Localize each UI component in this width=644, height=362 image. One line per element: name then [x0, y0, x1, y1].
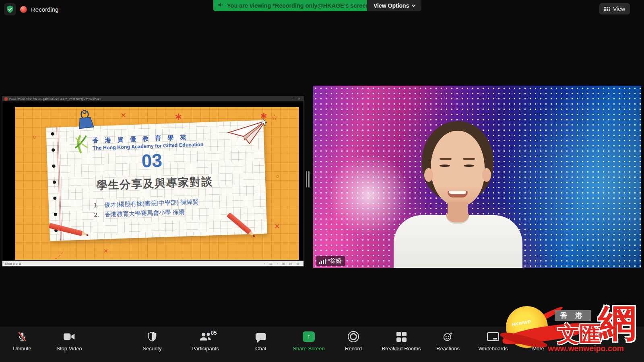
more-label: More: [532, 346, 544, 352]
slide-canvas: ✕ ☆ ○ ○ ✕ ✕: [15, 107, 299, 260]
security-button[interactable]: Security: [132, 331, 172, 357]
more-button[interactable]: ⋯ More: [522, 331, 554, 357]
window-controls-icons[interactable]: — ✕: [292, 97, 301, 101]
x-doodle: ✕: [103, 248, 108, 254]
stop-video-button[interactable]: Stop Video: [49, 331, 89, 357]
participant-ear: [424, 168, 433, 182]
sparkle-doodle: [175, 113, 182, 120]
pane-resize-handle[interactable]: [306, 171, 310, 187]
participant-shirt: [394, 215, 522, 268]
participant-mouth: [448, 191, 468, 197]
watermark-sun-label: HKWWP: [511, 319, 531, 327]
whiteboards-button[interactable]: Whiteboards: [467, 331, 519, 357]
security-encryption-icon[interactable]: [4, 3, 16, 15]
chat-label: Chat: [255, 346, 266, 352]
participant-name-tag: *徐嬌: [316, 256, 345, 266]
reactions-smiley-icon: [443, 331, 453, 343]
meeting-toolbar: Unmute Stop Video Security 85 Participan…: [0, 327, 644, 362]
shield-icon: [147, 331, 157, 343]
unmute-label: Unmute: [13, 346, 31, 352]
record-label: Record: [345, 346, 362, 352]
chat-button[interactable]: Chat: [245, 331, 277, 357]
share-screen-button[interactable]: ↑ Share Screen: [283, 331, 335, 357]
audio-level-icon: [319, 259, 326, 264]
participant-brow: [463, 158, 475, 160]
recording-label: Recording: [31, 6, 58, 13]
reactions-button[interactable]: Reactions: [428, 331, 468, 357]
participant-eye: [440, 165, 450, 167]
view-button-label: View: [613, 6, 625, 12]
breakout-rooms-button[interactable]: Breakout Rooms: [373, 331, 429, 357]
view-button[interactable]: View: [599, 3, 630, 14]
record-icon: [348, 331, 359, 343]
gallery-view-icon: [604, 7, 610, 11]
more-ellipsis-icon: ⋯: [534, 331, 543, 343]
whiteboards-label: Whiteboards: [479, 346, 508, 352]
viewing-banner: You are viewing *Recording only@HKAGE's …: [213, 0, 375, 11]
unmute-button[interactable]: Unmute: [6, 331, 38, 357]
slide-number-indicator: Slide 6 of 8: [5, 262, 21, 265]
breakout-rooms-label: Breakout Rooms: [382, 346, 421, 352]
slideshow-control-icons[interactable]: ‹ ▭ › ⊞ ▤ ▥: [264, 262, 301, 265]
powerpoint-titlebar[interactable]: PowerPoint Slide Show - [Attendance & UP…: [2, 97, 303, 101]
slide-list: 1. 優才(楊殷有娣)書院(中學部) 陳綽賢 2. 香港教育大學賽馬會小學 徐嬌: [92, 198, 199, 219]
view-options-label: View Options: [374, 2, 409, 9]
list-item: 2. 香港教育大學賽馬會小學 徐嬌: [93, 208, 199, 219]
circle-doodle: ○: [276, 173, 279, 179]
camera-icon: [63, 331, 75, 343]
shared-screen-powerpoint-window: PowerPoint Slide Show - [Attendance & UP…: [2, 96, 304, 267]
mic-muted-icon: [17, 331, 27, 343]
participants-icon: 85: [199, 331, 212, 343]
participant-brow: [440, 158, 452, 160]
view-options-button[interactable]: View Options: [367, 0, 421, 11]
list-item-number: 1.: [92, 202, 99, 210]
list-item: 1. 優才(楊殷有娣)書院(中學部) 陳綽賢: [92, 198, 199, 209]
participant-video[interactable]: *徐嬌: [313, 86, 641, 268]
powerpoint-window-title: PowerPoint Slide Show - [Attendance & UP…: [9, 97, 101, 101]
slide-title: 學生分享及與專家對談: [48, 173, 262, 194]
circle-doodle: ○: [33, 134, 37, 141]
participants-count-badge: 85: [211, 330, 217, 336]
reactions-label: Reactions: [436, 346, 460, 352]
participant-name: *徐嬌: [328, 257, 341, 265]
list-item-text: 香港教育大學賽馬會小學 徐嬌: [105, 208, 185, 219]
zoom-meeting-window: Recording You are viewing *Recording onl…: [0, 0, 644, 362]
chat-bubble-icon: [256, 331, 266, 343]
participant-eye: [464, 165, 474, 167]
whiteboard-icon: [487, 331, 499, 343]
x-doodle: ✕: [120, 111, 126, 120]
x-doodle: ✕: [274, 222, 280, 231]
share-screen-icon: ↑: [303, 331, 315, 343]
participants-label: Participants: [192, 346, 219, 352]
security-label: Security: [143, 346, 162, 352]
star-doodle: ☆: [271, 113, 278, 122]
chevron-down-icon: [412, 3, 416, 7]
list-item-text: 優才(楊殷有娣)書院(中學部) 陳綽賢: [104, 198, 199, 209]
record-button[interactable]: Record: [333, 331, 374, 357]
share-screen-label: Share Screen: [293, 346, 325, 352]
powerpoint-statusbar: Slide 6 of 8 ‹ ▭ › ⊞ ▤ ▥: [2, 261, 303, 266]
powerpoint-slide-area: ✕ ☆ ○ ○ ✕ ✕: [2, 101, 303, 261]
participant-ear: [482, 168, 491, 182]
binder-clip-graphic: [74, 109, 95, 132]
participants-button[interactable]: 85 Participants: [181, 331, 229, 357]
breakout-rooms-icon: [396, 331, 407, 343]
viewing-banner-text: You are viewing *Recording only@HKAGE's …: [227, 2, 369, 9]
mouse-cursor: [262, 118, 268, 126]
powerpoint-app-icon: [4, 97, 8, 101]
speaker-icon: [217, 2, 224, 10]
stop-video-label: Stop Video: [56, 346, 82, 352]
meeting-status-cluster: Recording: [4, 3, 58, 15]
watermark-region-label: 香 港: [555, 310, 591, 321]
recording-indicator-icon[interactable]: [20, 6, 27, 13]
list-item-number: 2.: [93, 211, 99, 219]
